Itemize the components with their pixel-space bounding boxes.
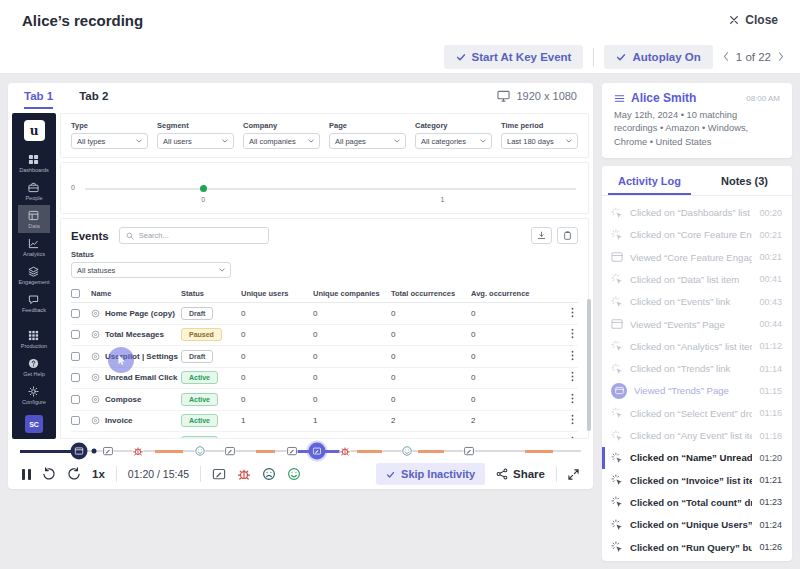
playback-speed-button[interactable]: 1x (92, 468, 105, 480)
timeline-note-marker[interactable] (287, 446, 298, 457)
row-menu-button[interactable] (571, 371, 578, 384)
row-checkbox[interactable] (71, 352, 80, 361)
tab-activity-log[interactable]: Activity Log (602, 166, 697, 195)
chart-data-point[interactable] (200, 185, 207, 192)
replay-tab-1[interactable]: Tab 1 (24, 83, 53, 109)
activity-log-item[interactable]: Clicked on “Any Event” list item01:18 (602, 424, 792, 446)
timeline-event-dot[interactable] (92, 449, 97, 454)
forward-button[interactable] (67, 467, 81, 481)
table-row[interactable]: Unread Email ClickActive0000 (71, 368, 578, 390)
row-menu-button[interactable] (571, 307, 578, 320)
table-row[interactable]: ComposeActive0000 (71, 389, 578, 411)
filter-select[interactable]: Last 180 days (501, 133, 578, 149)
events-search-box[interactable] (119, 227, 269, 244)
avatar[interactable]: SC (25, 415, 43, 433)
sidebar-item-dashboards[interactable]: Dashboards (18, 149, 49, 177)
activity-log-item[interactable]: Clicked on “Name” Unread Email C...01:20 (602, 447, 792, 469)
chevron-left-icon[interactable] (723, 52, 729, 61)
activity-log-item[interactable]: Viewed “Core Feature Engagment”00:21 (602, 246, 792, 268)
activity-log-item[interactable]: Clicked on “Save” button01:55 (602, 558, 792, 561)
timeline-sentiment-marker[interactable] (194, 446, 205, 457)
table-row[interactable]: Home Page (copy)Draft0000 (71, 303, 578, 325)
search-input[interactable] (139, 231, 262, 240)
table-row[interactable]: Userpilot Knowledge ...Active0000 (71, 432, 578, 439)
skip-inactivity-toggle[interactable]: Skip Inactivity (376, 463, 485, 485)
sidebar-item-data[interactable]: Data (18, 205, 49, 233)
row-menu-button[interactable] (571, 414, 578, 427)
clipboard-button[interactable] (557, 227, 578, 244)
activity-text: Clicked on “Run Query” button (630, 542, 752, 553)
activity-log-item[interactable]: Clicked on “Data” list item00:41 (602, 268, 792, 290)
activity-log-item[interactable]: Clicked on “Unique Users” list item01:24 (602, 514, 792, 536)
sidebar-item-people[interactable]: People (18, 177, 49, 205)
sidebar-item-get-help[interactable]: Get Help (21, 353, 47, 381)
row-menu-button[interactable] (571, 350, 578, 363)
user-name[interactable]: Alice Smith (631, 91, 696, 105)
error-marker-button[interactable] (237, 467, 251, 481)
activity-log-item[interactable]: Clicked on “Invoice” list item01:21 (602, 469, 792, 491)
timeline-note-marker[interactable] (463, 446, 474, 457)
pause-button[interactable] (22, 469, 31, 480)
row-checkbox[interactable] (71, 330, 80, 339)
activity-log-item[interactable]: Clicked on “Select Event” dropdown01:16 (602, 402, 792, 424)
activity-log-item[interactable]: Clicked on “Analytics” list item01:12 (602, 335, 792, 357)
playback-timeline[interactable] (20, 443, 581, 459)
chevron-right-icon[interactable] (778, 52, 784, 61)
user-row: Alice Smith 08:00 AM (614, 91, 780, 105)
share-button[interactable]: Share (496, 468, 545, 480)
timeline-selected-event-marker[interactable] (309, 443, 326, 460)
timeline-sentiment-marker[interactable] (402, 446, 413, 457)
tab-notes-3-[interactable]: Notes (3) (697, 166, 792, 195)
filter-select[interactable]: All categories (415, 133, 492, 149)
rewind-button[interactable] (42, 467, 56, 481)
activity-log-item[interactable]: Clicked on “Events” link00:43 (602, 291, 792, 313)
activity-log-item[interactable]: Clicked on “Dashboards” list item00:20 (602, 201, 792, 223)
filter-select[interactable]: All users (157, 133, 234, 149)
happy-marker-button[interactable] (287, 467, 301, 481)
status-filter-select[interactable]: All statuses (71, 262, 231, 278)
frustration-marker-button[interactable] (262, 467, 276, 481)
close-button[interactable]: Close (729, 13, 778, 27)
filter-select[interactable]: All pages (329, 133, 406, 149)
table-row[interactable]: Userpilot | SettingsDraft0000 (71, 346, 578, 368)
sidebar-item-configure[interactable]: Configure (21, 381, 47, 409)
table-row[interactable]: Total MeesagesPaused0000 (71, 325, 578, 347)
viewport-scrollbar[interactable] (587, 299, 591, 431)
row-checkbox[interactable] (71, 395, 80, 404)
activity-log-item[interactable]: Viewed “Trends” Page01:15 (602, 380, 792, 402)
sidebar-item-feedback[interactable]: Feedback (18, 289, 49, 317)
timeline-error-marker[interactable] (340, 446, 351, 457)
replay-tab-2[interactable]: Tab 2 (79, 83, 108, 109)
timeline-activity-segment (525, 450, 553, 453)
select-all-checkbox[interactable] (71, 289, 80, 298)
timeline-note-marker[interactable] (225, 446, 236, 457)
row-menu-button[interactable] (571, 393, 578, 406)
row-menu-button[interactable] (571, 328, 578, 341)
activity-log-item[interactable]: Clicked on “Trends” link01:14 (602, 357, 792, 379)
timeline-note-marker[interactable] (102, 446, 113, 457)
table-row[interactable]: InvoiceActive1122 (71, 411, 578, 433)
sidebar-item-production[interactable]: Production (21, 325, 47, 353)
sidebar-item-engagement[interactable]: Engagement (18, 261, 49, 289)
row-checkbox[interactable] (71, 373, 80, 382)
start-at-key-event-button[interactable]: Start At Key Event (444, 45, 584, 69)
activity-text: Viewed “Trends” Page (634, 385, 752, 396)
row-checkbox[interactable] (71, 309, 80, 318)
download-button[interactable] (531, 227, 552, 244)
metric-cell: 0 (241, 309, 313, 318)
timeline-error-marker[interactable] (132, 446, 143, 457)
row-menu-button[interactable] (571, 436, 578, 439)
timeline-playhead[interactable] (70, 443, 87, 460)
sidebar-item-analytics[interactable]: Analytics (18, 233, 49, 261)
activity-log-item[interactable]: Clicked on “Core Feature Engagem...00:21 (602, 224, 792, 246)
fullscreen-button[interactable] (568, 469, 579, 480)
activity-log-item[interactable]: Clicked on “Run Query” button01:26 (602, 536, 792, 558)
add-note-button[interactable] (212, 467, 226, 481)
activity-log-item[interactable]: Viewed “Events” Page00:44 (602, 313, 792, 335)
filter-select[interactable]: All types (71, 133, 148, 149)
autoplay-toggle-button[interactable]: Autoplay On (604, 45, 712, 69)
activity-log-item[interactable]: Clicked on “Total count” dropdown01:23 (602, 491, 792, 513)
filter-select[interactable]: All companies (243, 133, 320, 149)
row-checkbox[interactable] (71, 438, 80, 439)
row-checkbox[interactable] (71, 416, 80, 425)
